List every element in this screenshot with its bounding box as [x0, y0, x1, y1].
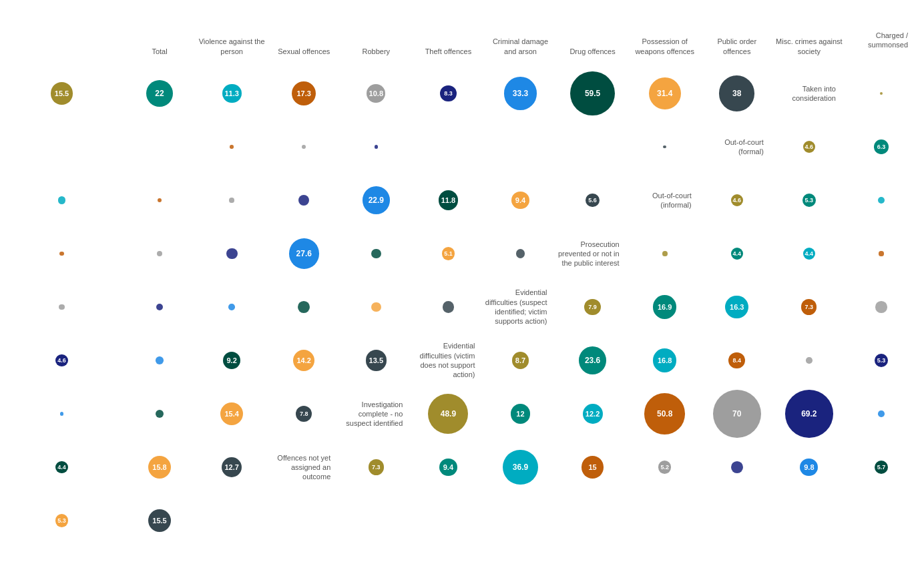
bubble: [875, 301, 887, 312]
cell-r0-c3: 17.3: [268, 67, 340, 120]
cell-r0-c2: 11.3: [196, 67, 268, 120]
bubble: [60, 412, 63, 415]
row-label-4: Prosecution prevented or not in the publ…: [557, 227, 629, 280]
cell-r1-c7: [484, 120, 556, 174]
bubble: 4.4: [55, 461, 67, 473]
bubble: [59, 304, 64, 310]
cell-r5-c4: [845, 280, 917, 334]
bubble: [375, 145, 378, 148]
bubble: 15: [582, 456, 604, 478]
cell-r0-c7: 59.5: [557, 67, 629, 120]
cell-r6-c7: [124, 387, 196, 441]
bubble: 27.6: [289, 238, 319, 268]
cell-r6-c0: 8.7: [484, 334, 556, 387]
cell-r3-c3: [0, 227, 124, 280]
cell-r2-c7: 11.8: [412, 174, 484, 227]
cell-r5-c5: 4.6: [0, 334, 124, 387]
cell-r2-c1: 6.3: [845, 120, 917, 174]
cell-r6-c8: 15.4: [196, 387, 268, 441]
cell-r3-c8: 5.1: [412, 227, 484, 280]
bubble: [228, 304, 234, 310]
cell-r7-c4: 70: [701, 387, 773, 441]
cell-r5-c2: 16.3: [701, 280, 773, 334]
bubble: [878, 197, 885, 204]
cell-r4-c4: [0, 280, 124, 334]
cell-r5-c0: 7.9: [557, 280, 629, 334]
bubble: 15.8: [148, 456, 171, 479]
cell-r7-c6: [845, 387, 917, 441]
bubble: 15.5: [148, 509, 171, 532]
bubble: [156, 356, 164, 364]
cell-r3-c6: 27.6: [268, 227, 340, 280]
bubble: 16.9: [653, 295, 676, 318]
bubble: [806, 357, 812, 363]
cell-r8-c8: 5.3: [0, 494, 124, 547]
cell-r7-c5: 69.2: [773, 387, 845, 441]
bubble: [157, 251, 163, 257]
bubble: [230, 145, 233, 148]
cell-r4-c3: [845, 227, 917, 280]
cell-r6-c4: [773, 334, 845, 387]
bubble: [878, 410, 884, 416]
bubble: [662, 251, 668, 256]
bubble: 12: [511, 404, 531, 424]
cell-r2-c0: 4.6: [773, 120, 845, 174]
bubble: 33.3: [504, 77, 537, 110]
bubble: 7.8: [296, 406, 312, 422]
bubble: 31.4: [649, 77, 681, 109]
bubble: 4.6: [803, 141, 815, 153]
row-label-1: Taken into consideration: [773, 67, 845, 120]
cell-r8-c9: 15.5: [124, 494, 196, 547]
bubble: 11.8: [439, 190, 459, 210]
bubble: 22: [146, 80, 173, 107]
col-header-criminal: Criminal damage and arson: [484, 13, 556, 67]
bubble: 15.4: [220, 402, 243, 425]
col-header-drug: Drug offences: [557, 13, 629, 67]
col-header-violence: Violence against the person: [196, 13, 268, 67]
bubble: 7.3: [801, 299, 817, 314]
cell-r2-c5: [268, 174, 340, 227]
bubble: [443, 301, 454, 312]
bubble: 8.7: [512, 352, 529, 368]
bubble: 11.3: [222, 84, 242, 103]
bubble: 16.8: [653, 348, 676, 372]
bubble: 7.9: [584, 299, 600, 315]
bubble: 5.7: [875, 461, 889, 475]
chart-container: TotalViolence against the personSexual o…: [0, 0, 924, 572]
bubble: 12.7: [222, 457, 242, 478]
cell-r3-c7: [340, 227, 412, 280]
cell-r6-c3: 8.4: [701, 334, 773, 387]
cell-r4-c1: 4.4: [701, 227, 773, 280]
cell-r3-c5: [196, 227, 268, 280]
cell-r3-c1: 5.3: [773, 174, 845, 227]
cell-r1-c1: [0, 120, 124, 174]
bubble: 4.6: [55, 354, 67, 366]
cell-r8-c4: 5.2: [629, 441, 701, 494]
bubble: 8.3: [440, 85, 457, 102]
bubble: 36.9: [503, 450, 537, 485]
bubble: 48.9: [428, 394, 468, 434]
bubble: [516, 249, 525, 258]
bubble: 5.3: [55, 514, 69, 527]
bubble: 5.6: [586, 194, 599, 207]
cell-r0-c0: 15.5: [0, 67, 124, 120]
cell-r8-c7: 5.7: [845, 441, 917, 494]
cell-r2-c9: 5.6: [557, 174, 629, 227]
bubble: 9.4: [511, 192, 529, 209]
cell-r0-c9: 38: [701, 67, 773, 120]
cell-r5-c7: 9.2: [196, 334, 268, 387]
bubble: [156, 410, 164, 418]
bubble: 59.5: [570, 71, 614, 115]
bubble: [58, 196, 66, 204]
cell-r4-c7: [268, 280, 340, 334]
cell-r2-c2: [0, 174, 124, 227]
col-header-misc: Misc. crimes against society: [773, 13, 845, 67]
bubble: 9.4: [439, 459, 457, 476]
cell-r1-c2: [124, 120, 196, 174]
bubble: 4.4: [803, 248, 815, 260]
cell-r7-c7: 4.4: [0, 441, 124, 494]
bubble: 5.1: [442, 247, 455, 260]
cell-r4-c0: [629, 227, 701, 280]
row-label-8: Offences not yet assigned an outcome: [268, 441, 340, 494]
cell-r5-c6: [124, 334, 196, 387]
